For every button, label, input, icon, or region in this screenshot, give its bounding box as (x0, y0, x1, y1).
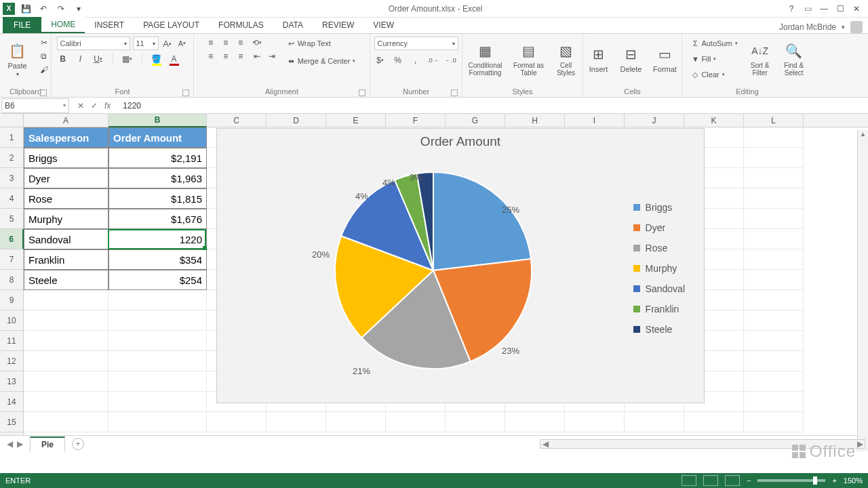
user-dropdown-icon[interactable]: ▾ (842, 24, 845, 30)
zoom-out-icon[interactable]: − (747, 476, 751, 485)
insert-cells-button[interactable]: ⊞Insert (585, 37, 613, 81)
formula-input[interactable]: 1220 (119, 101, 868, 110)
help-icon[interactable]: ? (785, 4, 797, 14)
sheet-nav-prev-icon[interactable]: ◀ (7, 439, 13, 449)
fill-button[interactable]: ▼Fill▾ (686, 52, 741, 66)
cell[interactable]: $1,676 (108, 209, 207, 229)
worksheet-grid[interactable]: 1 2 3 4 5 6 7 8 9 10 11 12 13 14 15 A B … (0, 114, 868, 435)
dialog-launcher-icon[interactable] (451, 89, 458, 96)
orientation-icon[interactable]: ⟲▾ (251, 37, 263, 49)
add-sheet-button[interactable]: + (72, 438, 84, 450)
legend-item[interactable]: Dyer (633, 222, 685, 233)
sheet-nav-next-icon[interactable]: ▶ (17, 439, 23, 449)
sort-filter-button[interactable]: A↓ZSort & Filter (745, 37, 775, 81)
cell[interactable]: Murphy (24, 209, 108, 229)
row-header[interactable]: 11 (0, 331, 23, 351)
shrink-font-icon[interactable]: A▾ (176, 37, 189, 49)
row-header[interactable]: 13 (0, 371, 23, 392)
select-all-corner[interactable] (0, 114, 23, 127)
grow-font-icon[interactable]: A▴ (161, 37, 174, 49)
user-name[interactable]: Jordan McBride (779, 22, 836, 32)
italic-button[interactable]: I (75, 53, 87, 65)
pie-slice[interactable] (433, 172, 531, 270)
scroll-left-icon[interactable]: ◀ (540, 439, 550, 449)
view-normal-icon[interactable] (682, 475, 696, 486)
row-header[interactable]: 14 (0, 392, 23, 412)
column-header[interactable]: H (505, 114, 565, 127)
minimize-icon[interactable]: — (818, 4, 830, 14)
dialog-launcher-icon[interactable] (359, 89, 366, 96)
merge-center-button[interactable]: ⬌Merge & Center▾ (282, 54, 359, 68)
cut-icon[interactable]: ✂ (38, 37, 50, 49)
tab-formulas[interactable]: FORMULAS (209, 17, 273, 33)
row-header[interactable]: 8 (0, 270, 23, 290)
row-header[interactable]: 7 (0, 249, 23, 270)
accounting-icon[interactable]: $▾ (374, 54, 387, 66)
decrease-decimal-icon[interactable]: ←.0 (445, 54, 457, 66)
cell[interactable]: $354 (108, 249, 207, 270)
tab-file[interactable]: FILE (3, 17, 41, 33)
legend-item[interactable]: Steele (633, 324, 685, 335)
font-name-combo[interactable]: Calibri▾ (57, 37, 130, 50)
comma-icon[interactable]: , (410, 54, 422, 66)
column-header[interactable]: C (207, 114, 267, 127)
column-header[interactable]: G (446, 114, 505, 127)
cell[interactable]: Sandoval (24, 229, 108, 249)
cell[interactable]: Dyer (24, 168, 108, 188)
border-icon[interactable]: ▦▾ (121, 53, 134, 65)
cell-styles-button[interactable]: ▧Cell Styles (551, 37, 581, 81)
decrease-indent-icon[interactable]: ⇤ (251, 50, 263, 62)
underline-button[interactable]: U▾ (92, 53, 104, 65)
vertical-scrollbar[interactable]: ▲ ▼ (857, 130, 868, 451)
cell[interactable]: Briggs (24, 148, 108, 168)
cancel-edit-icon[interactable]: ✕ (77, 101, 84, 110)
column-header[interactable]: J (625, 114, 684, 127)
number-format-combo[interactable]: Currency▾ (374, 37, 458, 50)
legend-item[interactable]: Murphy (633, 263, 685, 274)
zoom-value[interactable]: 150% (844, 476, 863, 485)
dialog-launcher-icon[interactable] (182, 89, 189, 96)
dialog-launcher-icon[interactable] (40, 89, 47, 96)
legend-item[interactable]: Rose (633, 243, 685, 253)
row-header[interactable]: 2 (0, 148, 23, 168)
enter-edit-icon[interactable]: ✓ (91, 101, 98, 110)
zoom-slider[interactable] (757, 479, 825, 482)
qat-dropdown-icon[interactable]: ▾ (72, 2, 85, 16)
format-cells-button[interactable]: ▭Format (650, 37, 681, 81)
increase-indent-icon[interactable]: ⇥ (266, 50, 278, 62)
view-page-break-icon[interactable] (725, 475, 740, 486)
percent-icon[interactable]: % (392, 54, 404, 66)
row-header[interactable]: 15 (0, 412, 23, 432)
name-box[interactable]: B6▾ (1, 98, 69, 113)
sheet-tab[interactable]: Pie (30, 436, 65, 451)
find-select-button[interactable]: 🔍Find & Select (779, 37, 809, 81)
format-painter-icon[interactable]: 🖌 (38, 64, 50, 76)
delete-cells-button[interactable]: ⊟Delete (617, 37, 646, 81)
row-header[interactable]: 10 (0, 310, 23, 331)
column-header[interactable]: K (684, 114, 744, 127)
cell[interactable]: Steele (24, 270, 108, 290)
copy-icon[interactable]: ⧉ (38, 50, 50, 62)
scroll-right-icon[interactable]: ▶ (855, 439, 865, 449)
row-header[interactable]: 6 (0, 229, 24, 249)
align-left-icon[interactable]: ≡ (205, 50, 217, 62)
column-header[interactable]: D (267, 114, 326, 127)
column-header[interactable]: L (744, 114, 804, 127)
row-header[interactable]: 3 (0, 168, 23, 188)
row-header[interactable]: 1 (0, 127, 23, 148)
row-header[interactable]: 9 (0, 290, 23, 310)
tab-page-layout[interactable]: PAGE LAYOUT (134, 17, 209, 33)
tab-review[interactable]: REVIEW (313, 17, 363, 33)
row-header[interactable]: 4 (0, 188, 23, 209)
tab-home[interactable]: HOME (41, 17, 85, 33)
wrap-text-button[interactable]: ↩Wrap Text (282, 37, 359, 50)
increase-decimal-icon[interactable]: .0→ (427, 54, 439, 66)
row-header[interactable]: 5 (0, 209, 23, 229)
paste-button[interactable]: 📋 Paste ▾ (1, 37, 34, 81)
cell[interactable]: Franklin (24, 249, 108, 270)
bold-button[interactable]: B (57, 53, 69, 65)
cell[interactable]: $2,191 (108, 148, 207, 168)
legend-item[interactable]: Franklin (633, 304, 685, 314)
view-page-layout-icon[interactable] (703, 475, 718, 486)
close-icon[interactable]: ✕ (850, 4, 863, 14)
